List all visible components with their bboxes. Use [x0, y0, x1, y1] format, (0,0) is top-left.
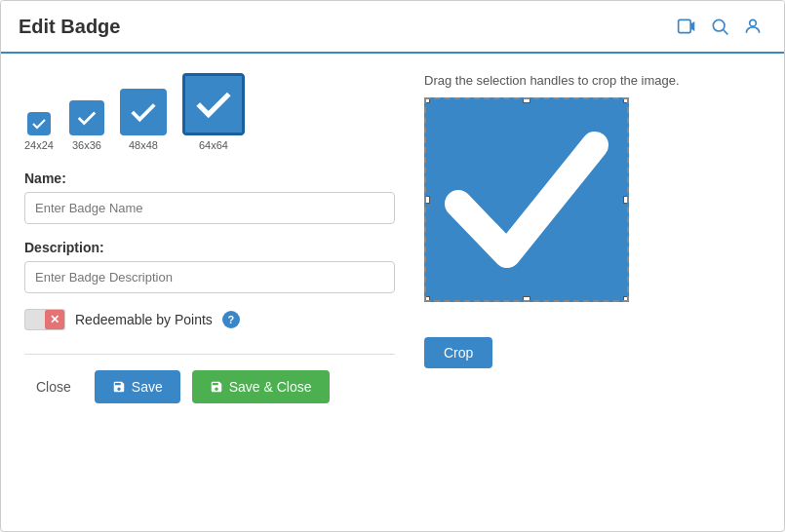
crop-area [424, 97, 639, 322]
page-header: Edit Badge [1, 1, 784, 54]
divider [24, 354, 395, 355]
redeemable-toggle[interactable]: ✕ [24, 309, 65, 330]
badge-preview [429, 102, 624, 297]
crop-handle-tm[interactable] [523, 97, 530, 103]
toggle-x-icon: ✕ [45, 310, 64, 329]
help-icon[interactable]: ? [222, 311, 240, 328]
crop-handle-bl[interactable] [424, 296, 430, 302]
crop-handle-ml[interactable] [424, 196, 430, 204]
badge-size-24[interactable]: 24x24 [24, 112, 54, 151]
action-buttons: Close Save Save & Close [24, 370, 395, 403]
page-title: Edit Badge [19, 16, 120, 38]
right-panel: Drag the selection handles to crop the i… [424, 73, 761, 403]
name-group: Name: [24, 171, 395, 224]
crop-handle-bm[interactable] [523, 296, 530, 302]
header-icons [673, 13, 766, 40]
svg-line-3 [724, 30, 728, 35]
crop-handle-tr[interactable] [623, 97, 629, 103]
main-content: 24x24 36x36 48x48 [1, 54, 784, 423]
save-close-icon [210, 380, 223, 394]
badge-label-48: 48x48 [129, 139, 158, 151]
name-label: Name: [24, 171, 395, 186]
left-panel: 24x24 36x36 48x48 [24, 73, 395, 403]
crop-image[interactable] [424, 97, 629, 302]
description-input[interactable] [24, 261, 395, 293]
badge-label-64: 64x64 [199, 139, 228, 151]
svg-point-2 [713, 19, 725, 31]
badge-sizes: 24x24 36x36 48x48 [24, 73, 395, 151]
search-icon[interactable] [706, 13, 733, 40]
toggle-label: Redeemable by Points [75, 312, 213, 327]
description-group: Description: [24, 240, 395, 293]
crop-handle-mr[interactable] [623, 196, 629, 204]
name-input[interactable] [24, 192, 395, 224]
edit-badge-window: Edit Badge 24x24 [0, 0, 785, 532]
save-button[interactable]: Save [95, 370, 180, 403]
toggle-row: ✕ Redeemable by Points ? [24, 309, 395, 330]
crop-hint: Drag the selection handles to crop the i… [424, 73, 680, 88]
badge-label-36: 36x36 [72, 139, 101, 151]
svg-rect-0 [679, 19, 691, 32]
svg-point-4 [750, 19, 757, 26]
badge-label-24: 24x24 [24, 139, 54, 151]
save-close-button[interactable]: Save & Close [192, 370, 330, 403]
crop-handle-br[interactable] [623, 296, 629, 302]
save-icon [112, 380, 126, 394]
badge-size-64[interactable]: 64x64 [182, 73, 245, 151]
crop-handle-tl[interactable] [424, 97, 430, 103]
user-icon[interactable] [739, 13, 766, 40]
badge-size-36[interactable]: 36x36 [69, 100, 104, 151]
badge-size-48[interactable]: 48x48 [120, 89, 167, 151]
description-label: Description: [24, 240, 395, 255]
video-icon[interactable] [673, 13, 700, 40]
close-button[interactable]: Close [24, 371, 83, 402]
crop-button[interactable]: Crop [424, 337, 492, 368]
